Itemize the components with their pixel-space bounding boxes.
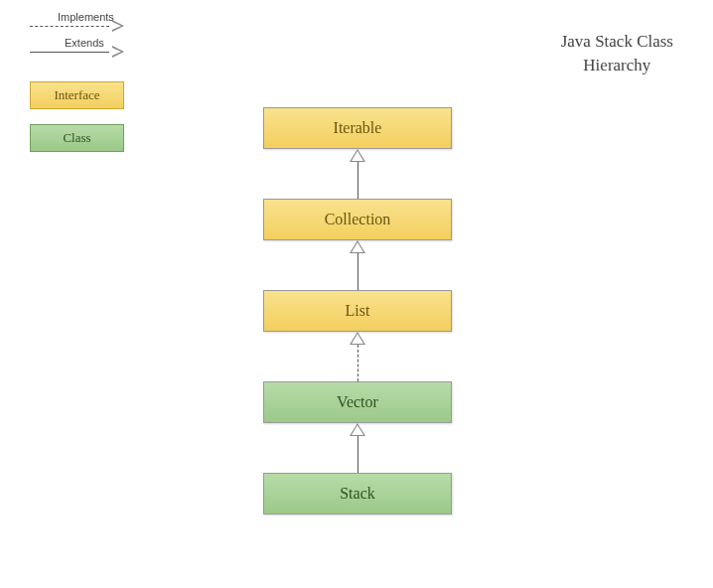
up-arrowhead-icon <box>350 149 365 162</box>
connector-extends <box>348 149 367 199</box>
node-collection: Collection <box>263 199 452 240</box>
legend-class-label: Class <box>63 130 90 146</box>
connector-implements <box>348 332 367 381</box>
legend-extends-arrow: Extends <box>30 46 124 58</box>
solid-line-icon <box>30 52 109 53</box>
open-arrowhead-icon <box>112 46 124 58</box>
node-label: Vector <box>337 393 378 411</box>
legend: Implements Extends Interface Class <box>30 20 124 167</box>
title-line1: Java Stack Class <box>561 32 673 51</box>
legend-implements-arrow: Implements <box>30 20 124 32</box>
open-arrowhead-icon <box>112 20 124 32</box>
node-stack: Stack <box>263 473 452 514</box>
solid-vline-icon <box>357 253 358 290</box>
legend-implements-label: Implements <box>58 11 114 23</box>
legend-interface-label: Interface <box>54 87 99 103</box>
node-vector: Vector <box>263 381 452 423</box>
node-iterable: Iterable <box>263 107 452 149</box>
hierarchy-diagram: Iterable Collection List Vector Stack <box>263 107 452 514</box>
connector-extends <box>348 423 367 473</box>
node-list: List <box>263 290 452 332</box>
solid-vline-icon <box>357 436 358 473</box>
legend-interface-box: Interface <box>30 81 124 109</box>
solid-vline-icon <box>357 162 358 199</box>
node-label: List <box>346 302 370 320</box>
connector-extends <box>348 240 367 290</box>
dashed-vline-icon <box>357 345 358 381</box>
node-label: Collection <box>325 211 391 228</box>
diagram-title: Java Stack Class Hierarchy <box>561 30 673 77</box>
up-arrowhead-icon <box>350 332 365 345</box>
legend-extends-label: Extends <box>65 37 104 49</box>
node-label: Iterable <box>334 119 382 137</box>
up-arrowhead-icon <box>350 240 365 253</box>
dashed-line-icon <box>30 26 109 27</box>
legend-class-box: Class <box>30 124 124 152</box>
title-line2: Hierarchy <box>583 56 650 74</box>
up-arrowhead-icon <box>350 423 365 436</box>
node-label: Stack <box>340 485 375 503</box>
